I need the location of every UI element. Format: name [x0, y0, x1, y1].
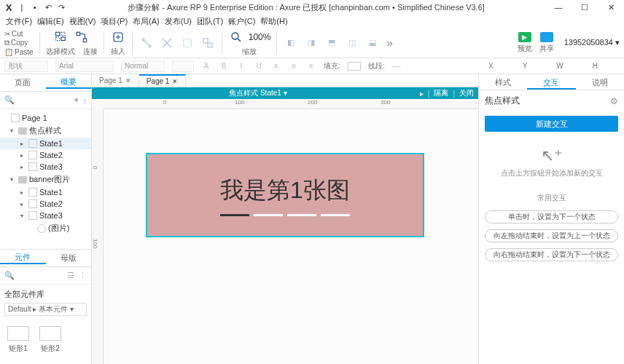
redo-icon[interactable]: ↷	[55, 1, 67, 13]
indicator-2[interactable]	[254, 214, 283, 216]
align-center-text-icon[interactable]: ≡	[306, 62, 316, 70]
cut-button[interactable]: ✂ Cut	[4, 30, 34, 38]
tree-bstate1[interactable]: ▸State1	[0, 186, 91, 198]
lib-rect1[interactable]: 矩形1	[7, 326, 29, 354]
cursor-icon: ↖⁺	[479, 146, 624, 165]
tree-image[interactable]: (图片)	[0, 221, 91, 235]
rp-tab-notes[interactable]: 说明	[576, 74, 624, 90]
ungroup-icon[interactable]	[200, 35, 216, 51]
bullets-icon[interactable]: ≡	[271, 62, 281, 70]
align-left-text-icon[interactable]: ≡	[289, 62, 299, 70]
copy-button[interactable]: ⧉ Copy	[4, 39, 34, 47]
rp-option-swipe-right[interactable]: 向右拖动结束时，设置为下一个状态	[485, 248, 618, 261]
align-right-icon[interactable]: ◨	[303, 35, 319, 51]
dp-nav-icon[interactable]: ▸	[420, 90, 424, 98]
dp-close-button[interactable]: 关闭	[459, 88, 474, 98]
state-icon	[28, 199, 37, 208]
bold-icon[interactable]: B	[219, 62, 229, 70]
line-label: 线段:	[368, 61, 385, 71]
align-bottom-icon[interactable]: ⬓	[364, 35, 381, 51]
account-phone[interactable]: 13952050834 ▾	[564, 38, 620, 47]
close-tab-icon[interactable]: ✕	[125, 77, 131, 84]
menu-publish[interactable]: 发布(U)	[163, 16, 193, 27]
minimize-button[interactable]: —	[545, 0, 572, 15]
menu-file[interactable]: 文件(F)	[4, 16, 34, 27]
tab-widgets[interactable]: 元件	[0, 252, 46, 264]
indicators	[220, 214, 350, 216]
zoom-value[interactable]: 100%	[249, 32, 271, 42]
menu-team[interactable]: 团队(T)	[195, 16, 225, 27]
menu-view[interactable]: 视图(V)	[68, 16, 98, 27]
rp-settings-icon[interactable]: ⚙	[610, 96, 618, 106]
zoom-icon[interactable]	[228, 29, 244, 45]
fill-swatch[interactable]	[348, 62, 361, 71]
font-select[interactable]: Arial	[55, 60, 114, 72]
slice-icon[interactable]	[159, 35, 175, 51]
italic-icon[interactable]: I	[236, 62, 246, 70]
tab-outline[interactable]: 概要	[46, 76, 92, 89]
save-icon[interactable]: ▪	[29, 1, 41, 13]
tree-state1[interactable]: ▸State1	[0, 138, 91, 149]
banner-widget[interactable]: 我是第1张图	[147, 154, 423, 236]
maximize-button[interactable]: ☐	[572, 0, 598, 15]
menu-edit[interactable]: 编辑(E)	[36, 16, 66, 27]
point-icon[interactable]	[139, 35, 155, 51]
tree-bstate3[interactable]: ▾State3	[0, 210, 91, 221]
align-left-icon[interactable]: ◧	[283, 35, 299, 51]
line-swatch[interactable]: —	[392, 62, 402, 70]
tree-page[interactable]: Page 1	[0, 112, 91, 124]
font-color-icon[interactable]: A	[201, 62, 211, 70]
titlebar-sep: |	[16, 1, 28, 13]
tab-pages[interactable]: 页面	[0, 77, 46, 88]
menu-arrange[interactable]: 布局(A)	[131, 16, 161, 27]
tab-masters[interactable]: 母版	[46, 253, 92, 264]
tree-folder-focus[interactable]: ▾焦点样式	[0, 124, 91, 138]
tree-state3[interactable]: ▸State3	[0, 161, 91, 173]
outline-sort-icon[interactable]: ↕	[83, 96, 87, 105]
tree-folder-banner[interactable]: ▾banner图片	[0, 173, 91, 186]
pagetab-2[interactable]: Page 1✕	[139, 74, 187, 87]
rp-tab-interact[interactable]: 交互	[527, 74, 575, 90]
tree-bstate2[interactable]: ▸State2	[0, 198, 91, 210]
indicator-1[interactable]	[220, 214, 249, 216]
underline-icon[interactable]: U	[254, 62, 264, 70]
pagetab-1[interactable]: Page 1✕	[92, 74, 139, 87]
shape-select[interactable]: 形状	[4, 60, 48, 72]
undo-icon[interactable]: ↶	[42, 1, 54, 13]
outline-filter-icon[interactable]: ▾	[74, 95, 79, 105]
dp-isolate-button[interactable]: 隔离	[434, 88, 448, 98]
lib-more-icon[interactable]: ⋮	[79, 271, 87, 280]
indicator-3[interactable]	[287, 214, 316, 216]
align-middle-icon[interactable]: ◫	[344, 35, 360, 51]
menu-help[interactable]: 帮助(H)	[259, 16, 289, 27]
share-button[interactable]: 共享	[539, 32, 554, 54]
insert-tool-icon[interactable]	[110, 29, 126, 45]
lib-add-icon[interactable]: ☰	[67, 271, 74, 280]
ruler-vertical: 0100	[92, 109, 104, 364]
paste-button[interactable]: 📋 Paste	[4, 48, 34, 56]
rp-option-swipe-left[interactable]: 向左拖动结束时，设置为上一个状态	[485, 229, 618, 242]
connect-tool-icon[interactable]	[74, 29, 90, 45]
new-interaction-button[interactable]: 新建交互	[485, 116, 618, 132]
select-tool-icon[interactable]	[53, 29, 69, 45]
menu-project[interactable]: 项目(P)	[99, 16, 129, 27]
toolbar-overflow-icon[interactable]: »	[386, 36, 392, 49]
indicator-4[interactable]	[321, 214, 350, 216]
align-top-icon[interactable]: ⬒	[324, 35, 340, 51]
tree-state2[interactable]: ▸State2	[0, 149, 91, 161]
close-tab-icon[interactable]: ✕	[172, 78, 178, 85]
lib-rect2[interactable]: 矩形2	[39, 326, 61, 354]
rp-option-click[interactable]: 单击时，设置为下一个状态	[485, 210, 618, 223]
size-select[interactable]	[172, 60, 194, 72]
menu-account[interactable]: 账户(C)	[227, 16, 257, 27]
close-button[interactable]: ✕	[598, 0, 624, 15]
library-dropdown[interactable]: Default ▸ 基本元件 ▾	[4, 303, 87, 316]
rp-tab-style[interactable]: 样式	[479, 74, 527, 90]
outline-search-icon[interactable]: 🔍	[4, 95, 70, 105]
preview-button[interactable]: ▶预览	[518, 32, 532, 54]
weight-select[interactable]: Normal	[121, 60, 165, 72]
dp-title[interactable]: 焦点样式 State1 ▾	[96, 88, 420, 98]
folder-icon	[18, 176, 27, 183]
group-icon[interactable]	[179, 35, 195, 51]
lib-search-icon[interactable]: 🔍	[4, 271, 63, 280]
